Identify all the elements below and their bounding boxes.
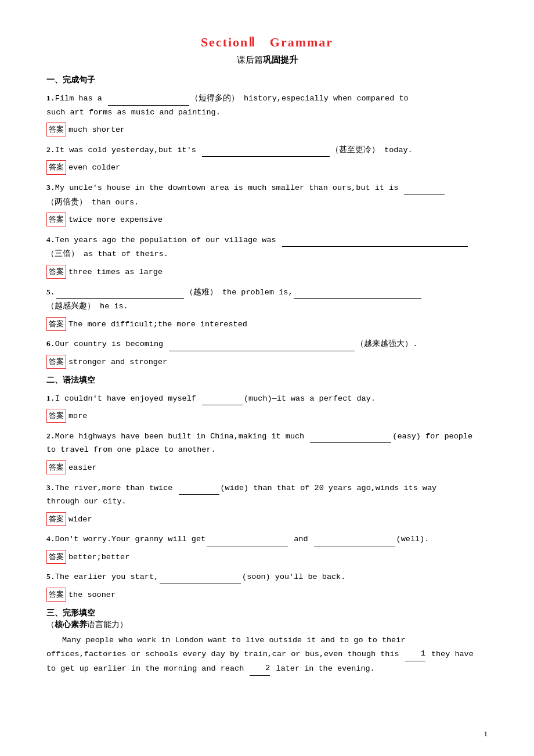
q5-text-mid: the problem is, <box>218 288 293 297</box>
s2-q5-answer: 答案the sooner <box>46 588 488 602</box>
q5-line2: （越感兴趣） he is. <box>46 299 488 314</box>
q3-answer: 答案twice more expensive <box>46 213 488 227</box>
q2-line1: 2.It was cold yesterday,but it's （甚至更冷） … <box>46 143 488 157</box>
q4-text-before: .Ten years ago the population of our vil… <box>50 236 281 244</box>
q1-line2: such art forms as music and painting. <box>46 106 488 120</box>
q4-answer: 答案three times as large <box>46 265 488 279</box>
q1-blank <box>108 91 189 106</box>
q5-line1: 5. （越难） the problem is, <box>46 285 488 300</box>
subtitle-prefix: 课后篇 <box>237 55 263 64</box>
s2-q1-num: 1 <box>46 394 50 402</box>
q5-answer-text: The more difficult;the more interested <box>68 319 247 328</box>
q3-line2: （两倍贵） than ours. <box>46 195 488 210</box>
q3-hint: （两倍贵） <box>46 197 87 206</box>
bracket-open: （ <box>46 620 55 629</box>
subtitle-bold: 巩固提升 <box>263 55 298 64</box>
q5-hint2: （越感兴趣） <box>46 301 95 310</box>
q6-text-before: .Our country is becoming <box>50 340 168 348</box>
q3-blank <box>404 181 445 195</box>
s2-q5-blank <box>160 570 241 584</box>
s2-q3-text-before: .The river,more than twice <box>50 484 178 492</box>
answer-badge-3: 答案 <box>46 213 66 226</box>
core-suffix: 语言能力） <box>87 620 128 629</box>
s2-q2-num: 2 <box>46 431 50 440</box>
s2-q1-text-after: —it was a perfect day. <box>272 394 376 403</box>
s2-q2-answer-text: easier <box>68 463 97 472</box>
s2-q2-line2: to travel from one place to another. <box>46 443 488 457</box>
q5-text-after: he is. <box>95 302 128 311</box>
s2-q3-answer-text: wider <box>68 514 92 523</box>
s2-q5-hint: (soon) <box>242 573 270 581</box>
section-3-header: 三、完形填空 <box>46 608 488 618</box>
q4-blank <box>282 233 468 247</box>
q5-blank2 <box>294 285 421 300</box>
q1-text-before: .Film has a <box>50 94 107 103</box>
q4-line1: 4.Ten years ago the population of our vi… <box>46 233 488 247</box>
q3-num: 3 <box>46 183 50 192</box>
q4-answer-text: three times as large <box>68 268 163 276</box>
question-3: 3.My uncle's house in the downtown area … <box>46 181 488 209</box>
s2-q4-num: 4 <box>46 534 50 543</box>
question-1: 1.Film has a （短得多的） history,especially w… <box>46 91 488 119</box>
s2-q4-answer: 答案better;better <box>46 550 488 564</box>
s2-q5-line1: 5.The earlier you start, (soon) you'll b… <box>46 570 488 584</box>
q1-answer: 答案much shorter <box>46 123 488 137</box>
s2-q3-line2: through our city. <box>46 495 488 509</box>
q4-line2: （三倍） as that of theirs. <box>46 247 488 261</box>
s2-q3-text-after: than that of 20 years ago,winds its way <box>248 484 436 492</box>
q2-answer-text: even colder <box>68 163 120 172</box>
s2-q2-line1: 2.More highways have been built in China… <box>46 429 488 444</box>
s2-q3-answer: 答案wider <box>46 512 488 527</box>
s2-q3-num: 3 <box>46 483 50 492</box>
s2-q2-text-after: for people <box>421 432 472 441</box>
q5-answer: 答案The more difficult;the more interested <box>46 317 488 332</box>
s2-q2-hint: (easy) <box>392 432 421 441</box>
page-title: SectionⅡ Grammar <box>46 35 488 50</box>
answer-badge-s2-4: 答案 <box>46 550 66 564</box>
q3-text-after: than ours. <box>87 198 139 207</box>
s2-q1-text-before: .I couldn't have enjoyed myself <box>50 394 201 403</box>
q1-line1: 1.Film has a （短得多的） history,especially w… <box>46 91 488 106</box>
q4-hint: （三倍） <box>46 249 79 258</box>
q6-blank <box>169 337 355 351</box>
answer-badge-2: 答案 <box>46 160 66 174</box>
s2-q5-text-after: you'll be back. <box>270 573 346 581</box>
grammar-text: Grammar <box>270 35 333 49</box>
q3-line1: 3.My uncle's house in the downtown area … <box>46 181 488 195</box>
blank-num-1: 1 <box>405 647 425 661</box>
s2-q4-line1: 4.Don't worry.Your granny will get and (… <box>46 532 488 546</box>
q4-num: 4 <box>46 235 50 244</box>
answer-badge-1: 答案 <box>46 123 66 136</box>
q2-text-after: today. <box>380 146 413 154</box>
s2-q4-blank1 <box>207 532 288 546</box>
s2-question-1: 1.I couldn't have enjoyed myself (much)—… <box>46 391 488 406</box>
s2-question-5: 5.The earlier you start, (soon) you'll b… <box>46 570 488 584</box>
q6-num: 6 <box>46 339 50 348</box>
q5-num: 5 <box>46 287 50 296</box>
s2-question-2: 2.More highways have been built in China… <box>46 429 488 457</box>
q5-blank1 <box>56 285 184 300</box>
q1-num: 1 <box>46 93 50 102</box>
q2-num: 2 <box>46 145 50 154</box>
s2-q5-answer-text: the sooner <box>68 591 116 599</box>
section-2-header: 二、语法填空 <box>46 375 488 386</box>
q6-answer: 答案stronger and stronger <box>46 355 488 369</box>
s2-q4-hint: (well). <box>396 535 430 543</box>
q2-answer: 答案even colder <box>46 160 488 175</box>
answer-badge-5: 答案 <box>46 317 66 331</box>
q5-dot: . <box>50 288 55 297</box>
question-5: 5. （越难） the problem is, （越感兴趣） he is. <box>46 285 488 314</box>
q3-answer-text: twice more expensive <box>68 215 163 224</box>
q6-dot: . <box>413 340 417 348</box>
core-literacy-line: （核心素养语言能力） <box>46 620 488 630</box>
answer-badge-s2-1: 答案 <box>46 409 66 423</box>
section-1-header: 一、完成句子 <box>46 75 488 85</box>
answer-badge-s2-2: 答案 <box>46 460 66 474</box>
s2-q2-blank <box>310 429 391 444</box>
q6-answer-text: stronger and stronger <box>68 358 167 366</box>
answer-badge-s2-5: 答案 <box>46 588 66 602</box>
q3-text-before: .My uncle's house in the downtown area i… <box>50 183 403 192</box>
s2-q4-blank2 <box>314 532 395 546</box>
q1-hint: （短得多的） <box>190 93 239 102</box>
s2-q1-blank <box>202 391 243 406</box>
